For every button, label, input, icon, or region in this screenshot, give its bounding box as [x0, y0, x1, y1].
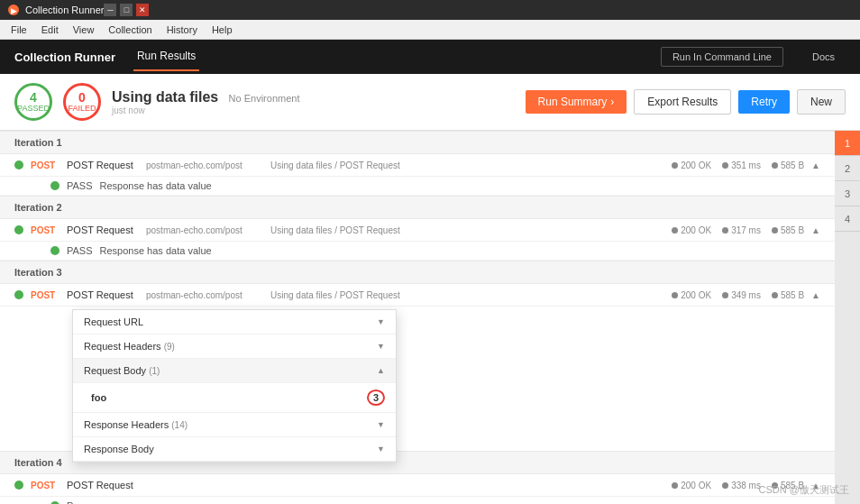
iteration-2-header: Iteration 2 — [0, 196, 835, 219]
export-results-button[interactable]: Export Results — [634, 89, 731, 115]
body-key: foo — [91, 392, 106, 403]
test-name: Response has data value — [100, 245, 212, 256]
collapse-button[interactable]: ▲ — [811, 290, 820, 300]
method-badge: POST — [31, 225, 59, 235]
failed-label: FAILED — [68, 104, 96, 113]
chevron-down-icon: ▼ — [377, 444, 385, 454]
run-environment: No Environment — [229, 93, 300, 104]
request-name[interactable]: POST Request — [67, 289, 139, 300]
request-meta: 200 OK 351 ms 585 B — [672, 160, 804, 170]
dropdown-body-row: foo 3 — [73, 383, 396, 413]
dropdown-count: (14) — [171, 420, 188, 430]
dropdown-label: Request Body (1) — [84, 365, 160, 376]
new-button[interactable]: New — [797, 89, 846, 115]
watermark: CSDN @傲天测试王 — [759, 483, 849, 497]
passed-count: 4 — [30, 91, 37, 104]
window-controls[interactable]: ─ □ ✕ — [104, 4, 149, 16]
request-url: postman-echo.com/post — [146, 160, 263, 170]
request-dropdown-panel: Request URL ▼ Request Headers (9) ▼ Requ… — [72, 309, 397, 463]
collapse-button[interactable]: ▲ — [811, 160, 820, 170]
nav-bar: Collection Runner Run Results Run In Com… — [0, 40, 860, 74]
table-row: POST POST Request postman-echo.com/post … — [0, 284, 835, 307]
table-row: POST POST Request postman-echo.com/post … — [0, 219, 835, 242]
side-num-3[interactable]: 3 — [835, 181, 860, 206]
failed-badge: 0 FAILED — [63, 83, 101, 121]
method-badge: POST — [31, 160, 59, 170]
side-panel: 1 2 3 4 — [835, 131, 860, 504]
menu-edit[interactable]: Edit — [34, 23, 66, 37]
side-num-2[interactable]: 2 — [835, 156, 860, 181]
menu-history[interactable]: History — [160, 23, 205, 37]
request-name[interactable]: POST Request — [67, 480, 139, 490]
docs-button[interactable]: Docs — [801, 48, 846, 66]
request-path: Using data files / POST Request — [270, 225, 664, 235]
side-num-1[interactable]: 1 — [835, 131, 860, 156]
body-value-circled: 3 — [367, 389, 385, 406]
menu-file[interactable]: File — [4, 23, 34, 37]
status-dot-green — [14, 225, 23, 234]
chevron-down-icon: ▼ — [377, 317, 385, 326]
status-dot-pass — [50, 246, 59, 255]
header-actions: Run Summary › Export Results Retry New — [526, 89, 846, 115]
run-title: Using data files — [112, 89, 218, 105]
request-meta: 200 OK 317 ms 585 B — [672, 225, 804, 235]
run-time: just now — [112, 105, 299, 115]
chevron-down-icon: ▼ — [377, 420, 385, 429]
request-name[interactable]: POST Request — [67, 160, 139, 170]
header-area: 4 PASSED 0 FAILED Using data files No En… — [0, 74, 860, 131]
collapse-button[interactable]: ▲ — [811, 225, 820, 235]
test-result: PASS — [67, 245, 93, 256]
run-in-command-line-button[interactable]: Run In Command Line — [661, 47, 783, 67]
dropdown-label: Response Body — [84, 444, 154, 454]
request-url: postman-echo.com/post — [146, 225, 263, 235]
minimize-button[interactable]: ─ — [104, 4, 116, 16]
dropdown-item-request-headers[interactable]: Request Headers (9) ▼ — [73, 334, 396, 359]
test-result: PASS — [67, 180, 93, 191]
main-content: Iteration 1 POST POST Request postman-ec… — [0, 131, 860, 504]
retry-button[interactable]: Retry — [738, 90, 790, 114]
dropdown-item-request-body[interactable]: Request Body (1) ▲ — [73, 359, 396, 383]
status-dot-pass — [50, 181, 59, 190]
app-icon: ▶ — [7, 4, 20, 16]
failed-count: 0 — [78, 91, 86, 104]
menu-view[interactable]: View — [66, 23, 102, 37]
dropdown-item-response-body[interactable]: Response Body ▼ — [73, 437, 396, 462]
chevron-down-icon: ▼ — [377, 342, 385, 351]
title-bar: ▶ Collection Runner ─ □ ✕ — [0, 0, 860, 20]
dropdown-label: Request URL — [84, 316, 143, 327]
title-bar-title: Collection Runner — [25, 5, 104, 15]
passed-label: PASSED — [17, 104, 50, 113]
nav-brand: Collection Runner — [14, 50, 115, 64]
foo-value-badge: 3 — [367, 389, 385, 406]
chevron-up-icon: ▲ — [377, 366, 385, 375]
dropdown-count: (1) — [149, 366, 160, 376]
status-dot-green — [14, 290, 23, 299]
table-row: POST POST Request 200 OK 338 ms 585 B ▲ — [0, 474, 835, 497]
run-info: Using data files No Environment just now — [112, 89, 299, 115]
request-path: Using data files / POST Request — [270, 160, 664, 170]
iteration-1-header: Iteration 1 — [0, 131, 835, 154]
maximize-button[interactable]: □ — [120, 4, 133, 16]
menu-collection[interactable]: Collection — [101, 23, 159, 37]
dropdown-count: (9) — [164, 342, 175, 352]
method-badge: POST — [31, 290, 59, 300]
status-dot-green — [14, 481, 23, 490]
side-num-4[interactable]: 4 — [835, 206, 860, 232]
menu-help[interactable]: Help — [205, 23, 240, 37]
close-button[interactable]: ✕ — [136, 4, 149, 16]
request-path: Using data files / POST Request — [270, 290, 664, 300]
dropdown-label: Request Headers (9) — [84, 341, 175, 352]
svg-text:▶: ▶ — [11, 6, 17, 15]
run-summary-button[interactable]: Run Summary › — [526, 90, 627, 114]
test-name: Response has data value — [100, 180, 212, 191]
test-row: PASS Response has data value — [0, 177, 835, 196]
iteration-3-header: Iteration 3 — [0, 261, 835, 284]
menu-bar: File Edit View Collection History Help — [0, 20, 860, 40]
request-meta: 200 OK 349 ms 585 B — [672, 290, 804, 300]
tab-run-results[interactable]: Run Results — [133, 42, 199, 71]
request-name[interactable]: POST Request — [67, 225, 139, 235]
test-row: P — [0, 497, 835, 504]
passed-badge: 4 PASSED — [14, 83, 52, 121]
dropdown-item-response-headers[interactable]: Response Headers (14) ▼ — [73, 413, 396, 437]
dropdown-item-request-url[interactable]: Request URL ▼ — [73, 310, 396, 334]
